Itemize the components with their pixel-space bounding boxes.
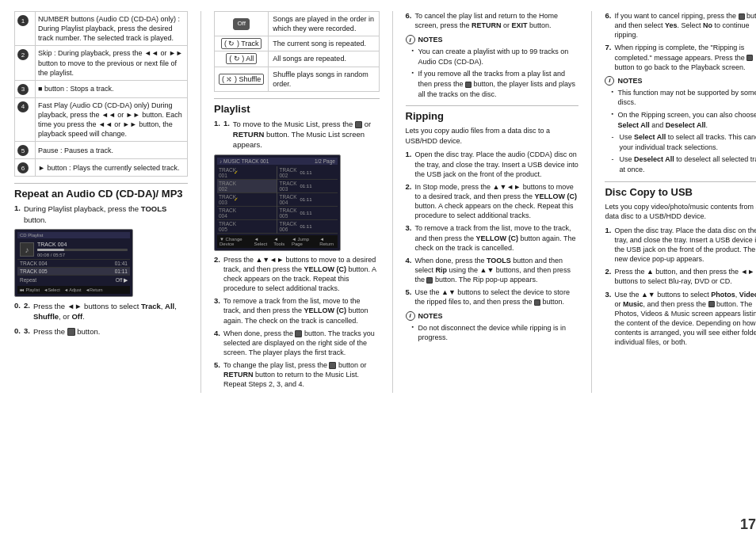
- rip-step-6: If you want to cancel ripping, press the…: [614, 11, 756, 40]
- music-screen-title: ♪ MUSIC TRACK 001 1/2 Page: [217, 158, 338, 165]
- track-dur: 01:11: [294, 170, 311, 175]
- section-divider: [14, 183, 188, 184]
- music-left-col: TRACK 001 ✓ TRACK 002 TRACK 003 ✓ TRA: [217, 166, 278, 234]
- notes-box-2: i NOTES Do not disconnect the device whi…: [406, 311, 579, 343]
- list-item: 2. In Stop mode, press the ▲▼◄► buttons …: [406, 182, 579, 221]
- track-time: 01:41: [115, 261, 128, 266]
- track-dur: 01:11: [294, 184, 311, 188]
- dash-item: Use Select All to select all tracks. Thi…: [611, 132, 756, 152]
- note-item: You can create a playlist with up to 99 …: [412, 47, 579, 67]
- section-divider-2: [214, 98, 380, 99]
- column-3: 6. To cancel the play list and return to…: [406, 11, 579, 393]
- features-table: 1 NUMBER buttons (Audio CD (CD-DA) only)…: [14, 11, 188, 177]
- track-row-1: TRACK 004 01:41: [17, 260, 130, 268]
- note-item: This function may not be supported by so…: [611, 88, 756, 108]
- bottom-item: ◄Return: [86, 287, 103, 292]
- column-divider-2: [392, 11, 393, 393]
- cancel-step-text: To cancel the play list and return to th…: [414, 11, 578, 30]
- disc-step-1: Open the disc tray. Place the data disc …: [614, 226, 756, 265]
- list-item: 2. Press the ◄► buttons to select Track,…: [14, 301, 188, 322]
- disc-step-3: Use the ▲▼ buttons to select Photos, Vid…: [614, 290, 756, 348]
- music-row-r: TRACK 004 01:11: [277, 193, 338, 207]
- list-item: 1. Open the disc tray. Place the audio (…: [406, 150, 579, 178]
- music-list-screen: ♪ MUSIC TRACK 001 1/2 Page TRACK 001 ✓ T…: [214, 154, 341, 251]
- row-number-5: 5: [17, 145, 29, 156]
- step-3-text: Press the button.: [33, 326, 188, 337]
- table-row: 5 Pause : Pauses a track.: [15, 142, 188, 159]
- mode-track: ( ↻ ) Track: [214, 36, 268, 51]
- pl-step-2: Press the ▲▼◄► buttons to move to a desi…: [223, 255, 380, 294]
- row-number-1: 1: [17, 15, 29, 26]
- list-item: During Playlist playback, press the TOOL…: [14, 204, 188, 225]
- music-row-r: TRACK 002 01:11: [277, 166, 338, 180]
- track-num: TRACK 005: [219, 221, 231, 232]
- ripping-intro: Lets you copy audio files from a data di…: [406, 126, 579, 146]
- track-num-r: TRACK 006: [279, 221, 292, 232]
- music-row-r: TRACK 006 01:11: [277, 220, 338, 234]
- column-divider-1: [200, 11, 201, 393]
- list-item: 4. When done, press the TOOLS button and…: [406, 256, 579, 284]
- repeat-modes-table: Off Songs are played in the order in whi…: [214, 11, 380, 92]
- repeat-label: Repeat: [20, 277, 36, 284]
- bottom-btn: ◄ Jump Page: [292, 237, 315, 246]
- bottom-item: ⏮ Playlist: [20, 287, 40, 292]
- row-text-4: Fast Play (Audio CD (CD-DA) only) During…: [36, 97, 188, 142]
- all-mode-badge: ( ↻ ) All: [226, 53, 257, 64]
- bottom-btn: ◄ Select: [254, 237, 269, 246]
- list-item: 2. Press the ▲ button, and then press th…: [605, 267, 756, 286]
- list-item: 1. To move to the Music List, press the …: [214, 119, 380, 150]
- player-info: TRACK 004 00:08 / 05:57: [37, 242, 128, 257]
- rip-step-1: Open the disc tray. Place the audio (CDD…: [414, 150, 578, 178]
- screen-bottom: ⏮ Playlist ◄Select ◄ Adjust ◄Return: [17, 286, 130, 294]
- repeat-menu: Repeat Off ▶: [17, 276, 130, 285]
- bottom-item: ◄Select: [44, 287, 60, 292]
- bottom-btn: ◄ Return: [319, 237, 335, 246]
- rip-step-4: When done, press the TOOLS button and th…: [414, 256, 578, 284]
- track-num-r: TRACK 003: [279, 181, 292, 192]
- track-num-r: TRACK 002: [279, 167, 292, 178]
- bottom-item: ◄ Adjust: [64, 287, 82, 292]
- mode-all: ( ↻ ) All: [214, 51, 268, 67]
- notes-icon-2: i: [406, 311, 415, 321]
- screen-title: CD Playlist: [20, 233, 43, 238]
- column-4: 6. If you want to cancel ripping, press …: [605, 11, 756, 393]
- track-dur: 01:11: [294, 224, 311, 229]
- music-screen-columns: TRACK 001 ✓ TRACK 002 TRACK 003 ✓ TRA: [217, 166, 338, 234]
- mode-off: Off: [214, 12, 268, 36]
- pl-step-1: To move to the Music List, press the or …: [233, 119, 380, 150]
- track-dur: 01:11: [294, 211, 311, 215]
- dash-item: Use Deselect All to deselect all selecte…: [611, 154, 756, 174]
- table-row: 1 NUMBER buttons (Audio CD (CD-DA) only)…: [15, 12, 188, 46]
- list-item: 3. To remove a track from the list, move…: [406, 223, 579, 252]
- note-item: On the Ripping screen, you can also choo…: [611, 110, 756, 130]
- player-time: 00:08 / 05:57: [37, 253, 128, 257]
- table-row: ( ↻ ) Track The current song is repeated…: [214, 36, 379, 51]
- list-item: 2. Press the ▲▼◄► buttons to move to a d…: [214, 255, 380, 294]
- row-number-6: 6: [17, 162, 29, 173]
- page-number: 17: [740, 516, 756, 533]
- list-item: 1. Open the disc tray. Place the data di…: [605, 226, 756, 265]
- notes-list-1: You can create a playlist with up to 99 …: [406, 47, 579, 99]
- rip-step-5: Use the ▲▼ buttons to select the device …: [414, 287, 578, 306]
- notes-list-2: Do not disconnect the device while rippi…: [406, 323, 579, 343]
- notes-header-2: i NOTES: [406, 311, 579, 321]
- track-check: ✓: [234, 196, 239, 203]
- notes-box-1: i NOTES You can create a playlist with u…: [406, 35, 579, 99]
- disc-step-2: Press the ▲ button, and then press the ◄…: [614, 267, 756, 286]
- track-check: ✓: [234, 169, 239, 176]
- music-row: TRACK 001 ✓: [217, 166, 277, 180]
- music-title-label: ♪ MUSIC TRACK 001: [220, 158, 269, 164]
- music-row: TRACK 003 ✓: [217, 193, 277, 207]
- list-item: 3. To remove a track from the list, move…: [214, 296, 380, 325]
- row-text-6: ► button : Plays the currently selected …: [36, 159, 188, 177]
- notes-icon-1: i: [406, 35, 415, 44]
- row-text-2: Skip : During playback, press the ◄◄ or …: [36, 46, 188, 80]
- music-row: TRACK 005: [217, 220, 277, 234]
- notes-label-1: NOTES: [418, 36, 443, 44]
- notes-header-1: i NOTES: [406, 35, 579, 44]
- notes-list-3: This function may not be supported by so…: [605, 88, 756, 130]
- step-2-text: Press the ◄► buttons to select Track, Al…: [33, 301, 188, 322]
- list-item: 3. Press the button.: [14, 326, 188, 337]
- music-row: TRACK 004: [217, 207, 277, 220]
- bottom-btn: ▼ Change Device: [220, 237, 250, 246]
